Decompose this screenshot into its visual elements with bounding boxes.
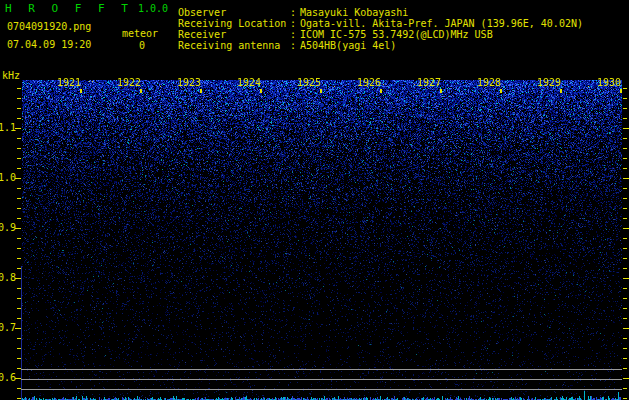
info-label: Observer (178, 7, 290, 18)
freq-axis-tick-left (17, 318, 21, 319)
time-axis-tick (320, 89, 322, 93)
station-info-row: Observer : Masayuki Kobayashi (178, 7, 583, 18)
freq-axis-label: 0.7 (0, 322, 15, 333)
freq-axis-tick-right (623, 238, 627, 239)
time-axis-tick (380, 89, 382, 93)
freq-axis-tick-right (623, 338, 627, 339)
reference-level-line (21, 389, 622, 390)
freq-axis-tick-right (623, 358, 627, 359)
meteor-counter-value: 0 (139, 40, 145, 51)
freq-axis-tick-right (623, 308, 627, 309)
time-axis-label: 1925 (283, 77, 321, 88)
station-info-row: Receiving Location : Ogata-vill. Akita-P… (178, 18, 583, 29)
freq-axis-label: 1.0 (0, 172, 15, 183)
time-axis-tick (620, 89, 622, 93)
freq-axis-tick-right (623, 138, 627, 139)
freq-axis-tick-right (623, 178, 629, 179)
freq-axis-tick-left (17, 168, 21, 169)
freq-axis-tick-right (623, 328, 629, 329)
freq-axis-tick-right (623, 128, 629, 129)
reference-level-line (21, 379, 622, 380)
freq-axis-tick-right (623, 88, 627, 89)
observation-datetime: 07.04.09 19:20 (7, 39, 91, 50)
freq-axis-tick-right (623, 348, 627, 349)
freq-axis-tick-left (17, 298, 21, 299)
freq-axis-tick-right (623, 398, 627, 399)
meteor-counter-label: meteor (122, 28, 158, 39)
info-separator: : (290, 18, 300, 29)
time-axis-label: 1922 (103, 77, 141, 88)
freq-axis-tick-right (623, 248, 627, 249)
freq-axis-tick-right (623, 148, 627, 149)
freq-axis-tick-right (623, 168, 627, 169)
freq-axis-tick-right (623, 108, 627, 109)
info-label: Receiving Location (178, 18, 290, 29)
freq-axis-tick-left (17, 118, 21, 119)
freq-axis-tick-right (623, 228, 629, 229)
time-axis-label: 1927 (403, 77, 441, 88)
time-axis-tick (200, 89, 202, 93)
freq-axis-label: 1.1 (0, 122, 15, 133)
time-axis-label: 1924 (223, 77, 261, 88)
app-title: H R O F F T (5, 3, 133, 14)
freq-axis-tick-left (17, 138, 21, 139)
freq-axis-tick-right (623, 318, 627, 319)
freq-axis-tick-right (623, 188, 627, 189)
freq-axis-tick-left (17, 308, 21, 309)
freq-axis-tick-right (623, 198, 627, 199)
freq-axis-tick-right (623, 298, 627, 299)
freq-axis-tick-right (623, 118, 627, 119)
spectrogram-canvas (22, 80, 622, 400)
hrofft-screen: H R O F F T 1.0.0 0704091920.png meteor … (0, 0, 629, 400)
freq-axis-tick-left (17, 238, 21, 239)
freq-axis-tick-left (17, 208, 21, 209)
time-axis-tick (560, 89, 562, 93)
freq-axis-tick-left (17, 188, 21, 189)
freq-axis-tick-left (17, 248, 21, 249)
info-label: Receiving antenna (178, 40, 290, 51)
info-value: Ogata-vill. Akita-Pref. JAPAN (139.96E, … (300, 18, 583, 29)
freq-axis-tick-left (15, 178, 21, 179)
freq-axis-tick-left (17, 398, 21, 399)
station-info-row: Receiving antenna : A504HB(yagi 4el) (178, 40, 583, 51)
info-value: ICOM IC-575 53.7492(@LCD)MHz USB (300, 29, 493, 40)
freq-axis-tick-right (623, 268, 627, 269)
freq-axis-tick-left (17, 198, 21, 199)
time-axis-label: 1926 (343, 77, 381, 88)
freq-axis-label: 0.6 (0, 372, 15, 383)
info-label: Receiver (178, 29, 290, 40)
freq-axis-tick-left (17, 108, 21, 109)
freq-axis-tick-left (17, 288, 21, 289)
freq-axis-tick-right (623, 368, 627, 369)
reference-level-line (21, 369, 622, 370)
freq-axis-tick-right (623, 98, 627, 99)
freq-axis-unit-label: kHz (2, 70, 20, 81)
time-axis-label: 1923 (163, 77, 201, 88)
freq-axis-tick-left (17, 338, 21, 339)
time-axis-tick (260, 89, 262, 93)
freq-axis-tick-right (623, 378, 629, 379)
freq-axis-tick-left (17, 348, 21, 349)
freq-axis-label: 0.8 (0, 272, 15, 283)
output-file-name: 0704091920.png (7, 21, 91, 32)
info-value: Masayuki Kobayashi (300, 7, 408, 18)
time-axis-tick (440, 89, 442, 93)
time-axis-label: 1929 (523, 77, 561, 88)
station-info-row: Receiver : ICOM IC-575 53.7492(@LCD)MHz … (178, 29, 583, 40)
freq-axis-tick-left (15, 128, 21, 129)
time-axis-label: 1928 (463, 77, 501, 88)
freq-axis-tick-right (623, 258, 627, 259)
time-axis-tick (500, 89, 502, 93)
time-axis-label: 1921 (43, 77, 81, 88)
freq-axis-tick-left (17, 98, 21, 99)
freq-axis-tick-right (623, 158, 627, 159)
freq-axis-tick-right (623, 288, 627, 289)
freq-axis-tick-right (623, 218, 627, 219)
freq-axis-tick-left (17, 268, 21, 269)
info-value: A504HB(yagi 4el) (300, 40, 396, 51)
freq-axis-tick-right (623, 388, 627, 389)
freq-axis-tick-right (623, 208, 627, 209)
time-axis-label: 1930 (583, 77, 621, 88)
freq-axis-tick-left (17, 358, 21, 359)
app-version: 1.0.0 (138, 3, 168, 14)
